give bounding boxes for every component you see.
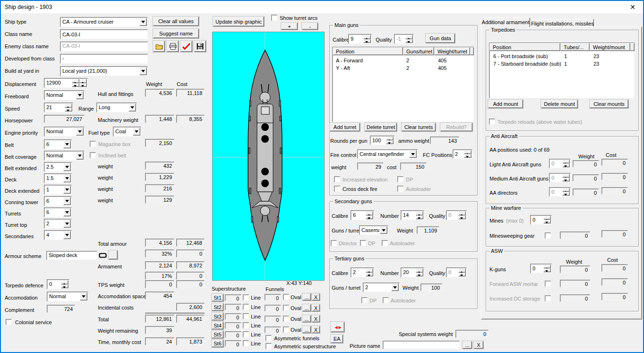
swap-view-button[interactable]: ◄►: [331, 322, 344, 332]
spinner-arrows[interactable]: [416, 268, 423, 276]
developed-from-input[interactable]: -: [60, 54, 148, 64]
chevron-down-icon[interactable]: [63, 174, 71, 182]
spinner-arrows[interactable]: [562, 188, 570, 196]
spinner-arrows[interactable]: [366, 211, 373, 219]
spinner-arrows[interactable]: [79, 79, 87, 87]
chevron-down-icon[interactable]: [129, 103, 136, 112]
inclined-belt-checkbox[interactable]: [90, 152, 96, 158]
table-cell[interactable]: 23: [593, 53, 599, 59]
build-yard-select[interactable]: Local yard (21,000): [60, 66, 148, 76]
torpedo-reloads-checkbox[interactable]: [489, 119, 495, 125]
armour-scheme-picker-button[interactable]: [109, 250, 118, 259]
table-row[interactable]: 7 - Starboard broadside (sub): [493, 61, 561, 67]
tertiary-quality-spinner[interactable]: 0: [446, 267, 467, 277]
conning-tower-select[interactable]: 6: [44, 196, 72, 206]
class-name-input[interactable]: [60, 29, 148, 39]
funnel3-oval-checkbox[interactable]: [283, 316, 289, 322]
chevron-down-icon[interactable]: [63, 163, 71, 171]
st5-line-checkbox[interactable]: [243, 331, 249, 337]
chevron-down-icon[interactable]: [80, 293, 87, 301]
main-autoloader-checkbox[interactable]: [397, 186, 404, 192]
asymmetric-funnels-checkbox[interactable]: [266, 335, 272, 341]
chevron-down-icon[interactable]: [76, 91, 84, 99]
chevron-down-icon[interactable]: [380, 226, 387, 234]
spinner-arrows[interactable]: [72, 79, 79, 87]
spinner-arrows[interactable]: [458, 268, 466, 276]
add-mount-button[interactable]: Add mount: [488, 100, 523, 108]
chevron-down-icon[interactable]: [63, 140, 71, 148]
rounds-per-gun-spinner[interactable]: 100: [370, 136, 395, 145]
funnel4-oval-checkbox[interactable]: [283, 327, 289, 333]
funnel2-delete-button[interactable]: X: [312, 304, 320, 311]
chevron-down-icon[interactable]: [76, 128, 84, 136]
ea-button[interactable]: EA: [331, 335, 343, 343]
spinner-arrows[interactable]: [458, 211, 466, 219]
spinner-arrows[interactable]: [416, 211, 423, 219]
torpedoes-col-weight[interactable]: Weight/mount: [590, 43, 630, 51]
st5-button[interactable]: St5: [212, 331, 223, 338]
asymmetric-superstructure-checkbox[interactable]: [266, 343, 272, 349]
tab-additional-armament[interactable]: Additional armament: [481, 17, 530, 27]
torpedoes-col-tubes[interactable]: Tubes/...: [560, 43, 590, 51]
table-cell[interactable]: 1: [564, 61, 567, 67]
spinner-arrows[interactable]: [562, 174, 570, 181]
increased-dc-storage-checkbox[interactable]: [545, 295, 551, 301]
chevron-down-icon[interactable]: [63, 220, 71, 228]
table-cell[interactable]: 1: [564, 53, 567, 59]
funnel4-delete-button[interactable]: X: [312, 326, 320, 333]
tertiary-number-spinner[interactable]: 20: [401, 267, 424, 277]
chevron-down-icon[interactable]: [76, 152, 84, 160]
chevron-down-icon[interactable]: [139, 18, 147, 26]
torpedoes-table[interactable]: Position Tubes/... Weight/mount 6 - Port…: [489, 43, 635, 98]
displacement-spinner[interactable]: 12900: [44, 78, 88, 88]
spinner-arrows[interactable]: [464, 150, 472, 158]
spinner-arrows[interactable]: [405, 35, 413, 43]
tertiary-calibre-spinner[interactable]: 2: [351, 267, 374, 277]
fc-positions-spinner[interactable]: 2: [453, 149, 472, 159]
magazine-box-checkbox[interactable]: [90, 141, 96, 147]
st6-line-checkbox[interactable]: [243, 340, 249, 346]
picture-name-input[interactable]: [383, 341, 460, 349]
belt-select[interactable]: 6: [44, 139, 72, 149]
chevron-down-icon[interactable]: [139, 67, 147, 75]
open-file-button[interactable]: [153, 41, 165, 52]
clear-mounts-button[interactable]: Clear mounts: [590, 100, 628, 108]
st6-button[interactable]: St6: [212, 340, 223, 347]
speed-spinner[interactable]: 21: [44, 103, 73, 112]
zoom-in-button[interactable]: +: [281, 23, 298, 30]
spinner-arrows[interactable]: [386, 137, 394, 144]
funnel1-more-button[interactable]: ...: [302, 293, 311, 301]
secondary-calibre-spinner[interactable]: 6: [351, 210, 374, 220]
tertiary-dp-checkbox[interactable]: [361, 297, 368, 303]
light-aa-spinner[interactable]: 0: [549, 159, 571, 168]
table-row[interactable]: A - Forward: [336, 58, 363, 63]
add-turret-button[interactable]: Add turret: [330, 123, 360, 131]
table-cell[interactable]: 2: [406, 58, 409, 63]
kguns-spinner[interactable]: 0: [530, 264, 552, 273]
funnel3-more-button[interactable]: ...: [302, 315, 311, 322]
mines-spinner[interactable]: 0: [530, 215, 552, 224]
deck-extended-select[interactable]: 1: [44, 185, 72, 195]
belt-extended-select[interactable]: 2.5: [44, 162, 72, 172]
belt-coverage-select[interactable]: Normal: [44, 151, 85, 161]
funnel4-more-button[interactable]: ...: [302, 326, 311, 333]
suggest-name-button[interactable]: Suggest name: [153, 29, 199, 38]
st2-button[interactable]: St2: [212, 303, 223, 311]
update-ship-graphic-button[interactable]: Update ship graphic: [213, 17, 264, 26]
clear-all-values-button[interactable]: Clear all values: [153, 17, 199, 26]
main-guns-col-guns[interactable]: Guns/turret: [403, 47, 434, 55]
spinner-arrows[interactable]: [543, 216, 551, 224]
ship-type-select[interactable]: CA - Armoured cruiser: [60, 17, 148, 27]
main-quality-spinner[interactable]: -1: [394, 34, 414, 44]
st4-button[interactable]: St4: [212, 322, 223, 329]
medium-aa-spinner[interactable]: 0: [549, 173, 571, 182]
main-calibre-spinner[interactable]: 9: [348, 34, 372, 44]
picture-clear-button[interactable]: X: [474, 341, 483, 349]
delete-mount-button[interactable]: Delete mount: [541, 100, 578, 108]
main-guns-col-weight[interactable]: Weight/turret: [434, 47, 470, 55]
forward-asw-mortar-checkbox[interactable]: [545, 281, 551, 287]
st3-line-checkbox[interactable]: [243, 313, 249, 319]
secondary-director-checkbox[interactable]: [331, 240, 337, 246]
table-row[interactable]: Y - Aft: [336, 65, 350, 71]
spinner-arrows[interactable]: [363, 35, 371, 43]
